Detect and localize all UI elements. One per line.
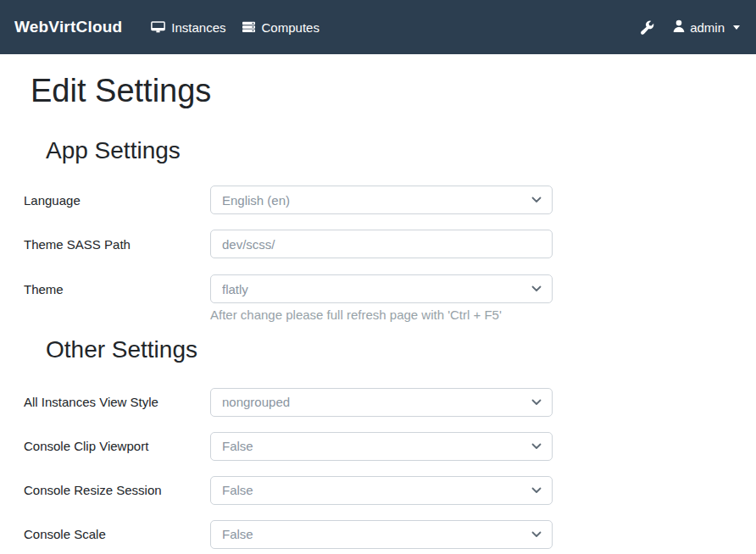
field-label-language: Language — [24, 186, 210, 214]
top-navbar: WebVirtCloud Instances — [0, 0, 756, 54]
wrench-icon[interactable] — [635, 17, 659, 38]
theme-sass-path-input[interactable] — [210, 230, 553, 258]
console-clip-viewport-select[interactable]: False — [210, 432, 553, 461]
nav-right: admin — [635, 16, 742, 38]
user-label: admin — [690, 20, 725, 35]
section-title-other-settings: Other Settings — [46, 335, 756, 364]
nav-item-label: Computes — [262, 20, 320, 35]
field-label-console-scale: Console Scale — [24, 520, 210, 549]
page-title: Edit Settings — [31, 72, 756, 111]
brand-webvirtcloud[interactable]: WebVirtCloud — [14, 18, 122, 36]
field-row-theme-sass-path: Theme SASS Path — [24, 230, 756, 258]
field-row-console-resize-session: Console Resize Session False — [24, 476, 756, 505]
main-nav: Instances Computes — [143, 15, 327, 40]
theme-select[interactable]: flatly — [210, 274, 553, 303]
section-title-app-settings: App Settings — [46, 136, 756, 165]
field-row-theme: Theme flatly After change please full re… — [24, 274, 756, 323]
field-row-all-instances-view-style: All Instances View Style nongrouped — [24, 388, 756, 417]
all-instances-view-style-select[interactable]: nongrouped — [210, 388, 553, 417]
language-select[interactable]: English (en) — [210, 186, 553, 214]
user-icon — [673, 19, 685, 35]
server-icon — [242, 20, 256, 34]
user-menu[interactable]: admin — [671, 16, 742, 38]
console-scale-select[interactable]: False — [210, 520, 553, 549]
field-row-language: Language English (en) — [24, 186, 756, 214]
field-label-theme-sass-path: Theme SASS Path — [24, 230, 210, 258]
nav-item-label: Instances — [171, 20, 225, 35]
field-label-console-clip-viewport: Console Clip Viewport — [24, 432, 210, 461]
field-label-console-resize-session: Console Resize Session — [24, 476, 210, 505]
caret-down-icon — [733, 25, 740, 30]
settings-page: Edit Settings App Settings Language Engl… — [0, 54, 756, 549]
nav-item-instances[interactable]: Instances — [143, 15, 233, 40]
field-label-theme: Theme — [24, 274, 210, 303]
field-label-all-instances-view-style: All Instances View Style — [24, 388, 210, 417]
console-resize-session-select[interactable]: False — [210, 476, 553, 505]
field-row-console-scale: Console Scale False — [24, 520, 756, 549]
nav-item-computes[interactable]: Computes — [234, 15, 327, 40]
theme-help-text: After change please full refresh page wi… — [210, 307, 553, 323]
monitor-icon — [151, 20, 165, 34]
field-row-console-clip-viewport: Console Clip Viewport False — [24, 432, 756, 461]
